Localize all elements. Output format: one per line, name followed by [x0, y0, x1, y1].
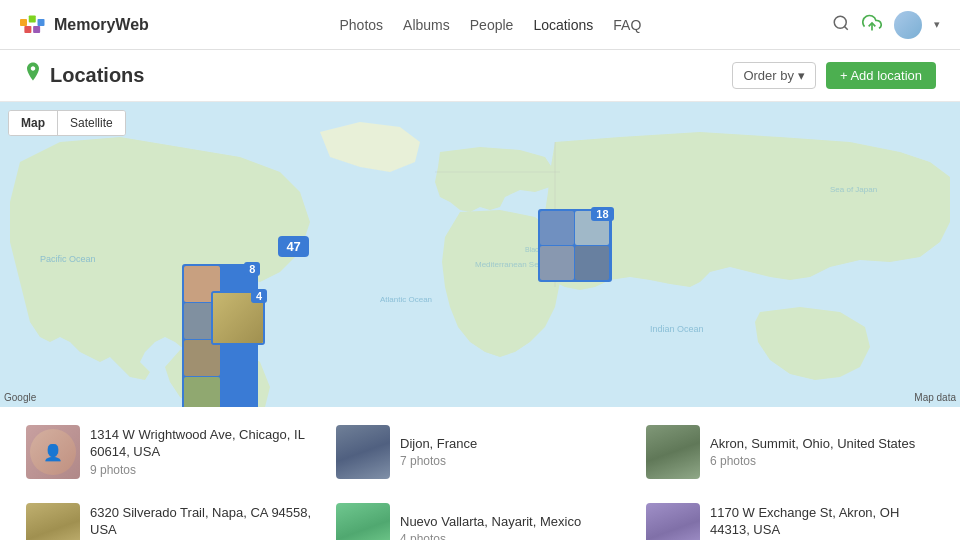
page-header: Locations Order by ▾ + Add location [0, 50, 960, 102]
location-item-exchange[interactable]: 1170 W Exchange St, Akron, OH 44313, USA… [640, 495, 940, 540]
satellite-view-button[interactable]: Satellite [57, 111, 125, 135]
avatar-chevron[interactable]: ▾ [934, 18, 940, 31]
location-name-chicago: 1314 W Wrightwood Ave, Chicago, IL 60614… [90, 427, 314, 461]
nav-faq[interactable]: FAQ [613, 17, 641, 33]
order-by-label: Order by [743, 68, 794, 83]
nav-locations[interactable]: Locations [533, 17, 593, 33]
svg-text:Indian Ocean: Indian Ocean [650, 324, 704, 334]
svg-rect-2 [38, 18, 45, 25]
location-thumb-chicago: 👤 [26, 425, 80, 479]
cloud-upload-icon[interactable] [862, 13, 882, 37]
marker-47-label: 47 [278, 236, 308, 257]
svg-rect-1 [29, 15, 36, 22]
map-container: Pacific Ocean Atlantic Ocean Indian Ocea… [0, 102, 960, 407]
marker-4[interactable]: 4 [211, 291, 265, 345]
location-info-akron: Akron, Summit, Ohio, United States 6 pho… [710, 436, 934, 469]
svg-text:Atlantic Ocean: Atlantic Ocean [380, 295, 432, 304]
svg-rect-4 [33, 25, 40, 32]
location-name-nuevo: Nuevo Vallarta, Nayarit, Mexico [400, 514, 624, 531]
map-svg: Pacific Ocean Atlantic Ocean Indian Ocea… [0, 102, 960, 407]
location-info-nuevo: Nuevo Vallarta, Nayarit, Mexico 4 photos [400, 514, 624, 540]
page-actions: Order by ▾ + Add location [732, 62, 936, 89]
location-name-exchange: 1170 W Exchange St, Akron, OH 44313, USA [710, 505, 934, 539]
marker-18[interactable]: 18 [538, 209, 612, 282]
location-item-chicago[interactable]: 👤 1314 W Wrightwood Ave, Chicago, IL 606… [20, 417, 320, 487]
location-count-chicago: 9 photos [90, 463, 314, 477]
locations-list: 👤 1314 W Wrightwood Ave, Chicago, IL 606… [0, 407, 960, 540]
location-name-dijon: Dijon, France [400, 436, 624, 453]
order-by-chevron-icon: ▾ [798, 68, 805, 83]
svg-point-5 [834, 16, 846, 28]
page-title-area: Locations [24, 62, 144, 89]
search-icon[interactable] [832, 14, 850, 36]
svg-text:Mediterranean Sea: Mediterranean Sea [475, 260, 544, 269]
marker-8-label: 8 [244, 262, 260, 276]
page-location-pin-icon [24, 62, 42, 89]
add-location-label: + Add location [840, 68, 922, 83]
location-thumb-nuevo [336, 503, 390, 540]
location-item-akron[interactable]: Akron, Summit, Ohio, United States 6 pho… [640, 417, 940, 487]
location-info-napa: 6320 Silverado Trail, Napa, CA 94558, US… [90, 505, 314, 540]
page-title: Locations [50, 64, 144, 87]
marker-47[interactable]: 47 [278, 236, 308, 257]
location-thumb-exchange [646, 503, 700, 540]
location-item-napa[interactable]: 6320 Silverado Trail, Napa, CA 94558, US… [20, 495, 320, 540]
nav-albums[interactable]: Albums [403, 17, 450, 33]
location-count-nuevo: 4 photos [400, 532, 624, 540]
marker-4-label: 4 [251, 289, 267, 303]
svg-text:Sea of Japan: Sea of Japan [830, 185, 877, 194]
map-background[interactable]: Pacific Ocean Atlantic Ocean Indian Ocea… [0, 102, 960, 407]
location-count-akron: 6 photos [710, 454, 934, 468]
location-item-dijon[interactable]: Dijon, France 7 photos [330, 417, 630, 487]
location-thumb-napa [26, 503, 80, 540]
location-item-nuevo[interactable]: Nuevo Vallarta, Nayarit, Mexico 4 photos [330, 495, 630, 540]
logo-icon [20, 15, 48, 35]
add-location-button[interactable]: + Add location [826, 62, 936, 89]
logo-area[interactable]: MemoryWeb [20, 15, 149, 35]
location-name-napa: 6320 Silverado Trail, Napa, CA 94558, US… [90, 505, 314, 539]
svg-rect-3 [24, 25, 31, 32]
location-thumb-akron [646, 425, 700, 479]
main-nav: Photos Albums People Locations FAQ [340, 17, 642, 33]
nav-photos[interactable]: Photos [340, 17, 384, 33]
location-name-akron: Akron, Summit, Ohio, United States [710, 436, 934, 453]
location-info-dijon: Dijon, France 7 photos [400, 436, 624, 469]
map-data-watermark: Map data [914, 392, 956, 403]
location-thumb-dijon [336, 425, 390, 479]
app-header: MemoryWeb Photos Albums People Locations… [0, 0, 960, 50]
header-actions: ▾ [832, 11, 940, 39]
location-count-dijon: 7 photos [400, 454, 624, 468]
avatar[interactable] [894, 11, 922, 39]
logo-text: MemoryWeb [54, 16, 149, 34]
svg-rect-0 [20, 18, 27, 25]
location-info-chicago: 1314 W Wrightwood Ave, Chicago, IL 60614… [90, 427, 314, 477]
marker-18-label: 18 [591, 207, 613, 221]
map-toggle: Map Satellite [8, 110, 126, 136]
nav-people[interactable]: People [470, 17, 514, 33]
map-view-button[interactable]: Map [9, 111, 57, 135]
order-by-button[interactable]: Order by ▾ [732, 62, 816, 89]
google-watermark: Google [4, 392, 36, 403]
svg-text:Pacific Ocean: Pacific Ocean [40, 254, 96, 264]
location-info-exchange: 1170 W Exchange St, Akron, OH 44313, USA… [710, 505, 934, 540]
